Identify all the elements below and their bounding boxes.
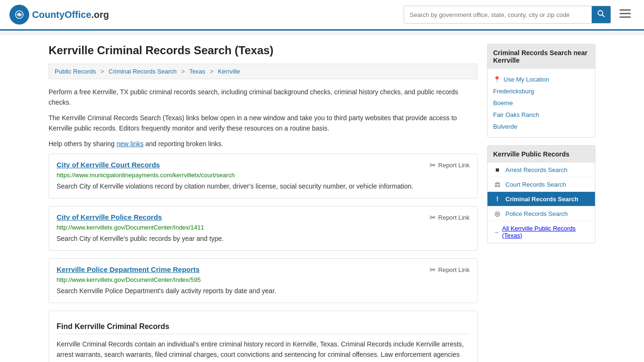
sidebar-arrest-records[interactable]: ■ Arrest Records Search: [487, 163, 595, 177]
link-card-2-header: Kerrville Police Department Crime Report…: [57, 265, 470, 274]
link-card-0-title[interactable]: City of Kerrville Court Records: [57, 161, 160, 169]
link-card-1: City of Kerrville Police Records ✂ Repor…: [49, 206, 478, 251]
sidebar-criminal-records[interactable]: ! Criminal Records Search: [487, 192, 595, 206]
all-records-label[interactable]: All Kerrville Public Records (Texas): [502, 225, 589, 239]
breadcrumb: Public Records > Criminal Records Search…: [49, 64, 478, 79]
report-link-1[interactable]: ✂ Report Link: [429, 213, 470, 222]
top-nav-bar: [0, 31, 644, 34]
link-card-2-title[interactable]: Kerrville Police Department Crime Report…: [57, 265, 199, 273]
sidebar-nearby-title: Criminal Records Search near Kerrville: [487, 44, 595, 69]
link-card-2-url[interactable]: http://www.kerrvilletx.gov/DocumentCente…: [57, 276, 470, 283]
sidebar-court-records[interactable]: ⚖ Court Records Search: [487, 177, 595, 192]
link-card-0-desc: Search City of Kerrville violations reco…: [57, 181, 470, 191]
link-card-0-header: City of Kerrville Court Records ✂ Report…: [57, 161, 470, 170]
content-area: Kerrville Criminal Records Search (Texas…: [49, 44, 478, 362]
search-input[interactable]: [404, 8, 592, 22]
intro-text-2: The Kerrville Criminal Records Search (T…: [49, 113, 478, 134]
logo-text: CountyOffice.org: [32, 9, 109, 20]
svg-rect-7: [619, 16, 631, 18]
link-card-1-url[interactable]: http://www.kerrvilletx.gov/DocumentCente…: [57, 224, 470, 231]
find-section-title: Find Kerrville Criminal Records: [57, 318, 470, 334]
main-container: Kerrville Criminal Records Search (Texas…: [39, 34, 605, 362]
svg-line-4: [603, 15, 605, 17]
nearby-place-3[interactable]: Bulverde: [493, 121, 589, 132]
link-card-0-url[interactable]: https://www.municipalonlinepayments.com/…: [57, 172, 470, 179]
search-bar: [404, 6, 611, 24]
report-link-1-label: Report Link: [438, 214, 470, 221]
arrest-icon: ■: [493, 166, 502, 173]
breadcrumb-public-records[interactable]: Public Records: [55, 68, 96, 75]
breadcrumb-criminal-records[interactable]: Criminal Records Search: [108, 68, 177, 75]
report-link-2[interactable]: ✂ Report Link: [429, 265, 470, 274]
breadcrumb-kerrville[interactable]: Kerrville: [218, 68, 240, 75]
report-link-0[interactable]: ✂ Report Link: [429, 161, 470, 170]
breadcrumb-texas[interactable]: Texas: [189, 68, 205, 75]
page-title: Kerrville Criminal Records Search (Texas…: [49, 44, 478, 57]
link-card-2: Kerrville Police Department Crime Report…: [49, 258, 478, 303]
sidebar-police-records[interactable]: ◎ Police Records Search: [487, 206, 595, 221]
report-icon-1: ✂: [429, 213, 436, 222]
find-section-text: Kerrville Criminal Records contain an in…: [57, 339, 470, 362]
arrest-records-link[interactable]: Arrest Records Search: [505, 166, 568, 173]
criminal-icon: !: [493, 195, 502, 203]
nearby-place-0[interactable]: Fredericksburg: [493, 85, 589, 97]
logo-area[interactable]: CountyOffice.org: [9, 5, 109, 25]
nearby-place-2-label: Fair Oaks Ranch: [493, 111, 539, 118]
nearby-place-0-label: Fredericksburg: [493, 88, 534, 95]
police-records-link[interactable]: Police Records Search: [505, 210, 568, 217]
svg-rect-5: [619, 9, 631, 11]
use-my-location[interactable]: 📍 Use My Location: [493, 74, 589, 85]
use-my-location-label: Use My Location: [504, 76, 549, 83]
header-right: [404, 6, 635, 24]
sidebar-records-box: Kerrville Public Records ■ Arrest Record…: [487, 145, 595, 243]
hamburger-button[interactable]: [616, 7, 635, 23]
report-link-2-label: Report Link: [438, 266, 470, 273]
report-icon-0: ✂: [429, 161, 436, 170]
report-link-0-label: Report Link: [438, 162, 470, 169]
nearby-place-1-label: Boerne: [493, 99, 513, 107]
svg-point-3: [598, 11, 603, 16]
arrow-right-icon: →: [493, 229, 499, 236]
new-links-link[interactable]: new links: [116, 140, 144, 148]
police-icon: ◎: [493, 210, 502, 217]
court-icon: ⚖: [493, 181, 502, 188]
location-pin-icon: 📍: [493, 76, 501, 83]
svg-rect-6: [619, 13, 631, 15]
search-button[interactable]: [592, 6, 611, 23]
sidebar: Criminal Records Search near Kerrville 📍…: [487, 44, 595, 362]
intro-text-3: Help others by sharing new links and rep…: [49, 139, 478, 149]
link-card-2-desc: Search Kerrville Police Department's dai…: [57, 286, 470, 296]
criminal-records-label: Criminal Records Search: [505, 196, 578, 203]
court-records-link[interactable]: Court Records Search: [505, 181, 566, 188]
link-card-1-title[interactable]: City of Kerrville Police Records: [57, 213, 162, 221]
svg-point-2: [18, 14, 20, 16]
link-card-1-desc: Search City of Kerrville's public record…: [57, 234, 470, 244]
sidebar-records-title: Kerrville Public Records: [487, 146, 595, 163]
link-card-1-header: City of Kerrville Police Records ✂ Repor…: [57, 213, 470, 222]
nearby-place-3-label: Bulverde: [493, 123, 517, 130]
find-section: Find Kerrville Criminal Records Kerrvill…: [49, 311, 478, 362]
nearby-place-1[interactable]: Boerne: [493, 97, 589, 109]
sidebar-nearby-box: Criminal Records Search near Kerrville 📍…: [487, 44, 595, 138]
site-header: CountyOffice.org: [0, 0, 644, 31]
link-card-0: City of Kerrville Court Records ✂ Report…: [49, 154, 478, 198]
nearby-place-2[interactable]: Fair Oaks Ranch: [493, 109, 589, 121]
sidebar-nearby-content: 📍 Use My Location Fredericksburg Boerne …: [487, 69, 595, 137]
logo-icon: [9, 5, 29, 25]
intro-text-1: Perform a free Kerrville, TX public crim…: [49, 87, 478, 108]
report-icon-2: ✂: [429, 265, 436, 274]
sidebar-all-records-link[interactable]: → All Kerrville Public Records (Texas): [487, 221, 595, 243]
